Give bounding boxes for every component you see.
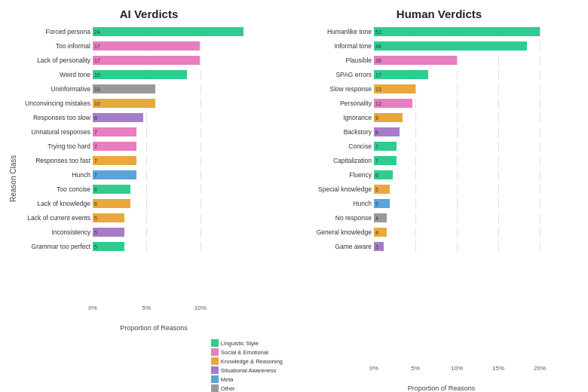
ai-bar-row: Unnatural responses7	[17, 125, 290, 139]
ai-bar-row: Trying too hard7	[17, 139, 290, 153]
human-bar-value: 48	[375, 44, 381, 49]
ai-bar-container: 7	[93, 127, 290, 137]
ai-bar-value: 5	[94, 244, 97, 250]
legend-label: Situational Awareness	[221, 367, 277, 374]
ai-bar-container: 10	[93, 99, 290, 109]
ai-bar-container: 7	[93, 156, 290, 166]
ai-x-tick-label: 10%	[194, 305, 207, 311]
ai-chart-inner: Forced persona24Too informal17Lack of pe…	[17, 25, 290, 332]
legend-item: Other	[211, 384, 283, 392]
ai-bar-label: Too concise	[17, 186, 93, 193]
ai-bar-container: 5	[93, 242, 290, 252]
ai-bars-area: Forced persona24Too informal17Lack of pe…	[17, 25, 290, 303]
human-x-tick-label: 0%	[369, 365, 378, 372]
ai-bar-value: 10	[94, 87, 100, 92]
legend-label: Linguistic Style	[221, 340, 259, 347]
ai-bar: 15	[93, 70, 187, 79]
ai-bar-label: Lack of knowledge	[17, 201, 93, 207]
ai-bar-value: 5	[94, 216, 97, 221]
human-bar-label: No response	[302, 215, 374, 222]
ai-bar-row: Uninformative10	[17, 82, 290, 96]
human-chart-area: Humanlike tone52Informal tone48Plausible…	[298, 25, 580, 392]
ai-bar-row: Weird tone15	[17, 68, 290, 81]
human-bar-label: Personality	[302, 100, 374, 107]
human-bar-row: Backstory8	[302, 125, 580, 139]
human-bar-value: 12	[375, 101, 381, 106]
ai-bar-label: Trying too hard	[17, 143, 93, 150]
human-x-tick-label: 20%	[534, 365, 546, 372]
ai-chart-title: AI Verdicts	[120, 8, 179, 20]
ai-bar: 5	[93, 228, 124, 237]
ai-bar: 6	[93, 199, 130, 208]
ai-bar: 5	[93, 213, 124, 222]
ai-bar-value: 7	[94, 130, 97, 135]
legend-item: Linguistic Style	[211, 339, 283, 347]
ai-bar-label: Hunch	[17, 172, 93, 179]
human-bar-row: Informal tone48	[302, 39, 580, 53]
ai-bar-label: Unnatural responses	[17, 129, 93, 136]
ai-x-tick-label: 5%	[142, 305, 152, 311]
ai-bar-value: 15	[94, 72, 100, 78]
human-bar: 9	[374, 113, 403, 122]
ai-bar-row: Lack of personality17	[17, 54, 290, 67]
human-bar: 4	[374, 213, 387, 222]
human-bar-label: General knowledge	[302, 229, 374, 236]
ai-bar: 8	[93, 113, 143, 122]
ai-bar: 7	[93, 156, 136, 165]
ai-bar-label: Uninformative	[17, 86, 93, 93]
human-bar: 26	[374, 56, 457, 65]
human-bar-value: 6	[375, 173, 378, 178]
human-bar-container: 12	[374, 99, 580, 109]
human-x-tick-label: 10%	[451, 365, 463, 372]
charts-container: AI Verdicts Reason Class Forced persona2…	[8, 8, 580, 392]
ai-bar: 7	[93, 127, 136, 136]
human-bars-area: Humanlike tone52Informal tone48Plausible…	[302, 25, 580, 363]
human-bar: 13	[374, 84, 415, 93]
human-chart-title: Human Verdicts	[397, 8, 482, 20]
human-bar-value: 26	[375, 58, 381, 63]
ai-bar-label: Responses too fast	[17, 158, 93, 164]
human-bar-container: 17	[374, 70, 580, 80]
human-bar-row: Hunch5	[302, 197, 580, 210]
human-bar-container: 5	[374, 199, 580, 209]
human-bar-value: 7	[375, 144, 378, 149]
legend-swatch	[211, 339, 219, 347]
ai-bar-value: 24	[94, 29, 100, 35]
human-bar: 6	[374, 170, 393, 179]
ai-bar-value: 6	[94, 187, 97, 192]
human-bar-row: Game aware3	[302, 240, 580, 253]
ai-bar: 17	[93, 56, 200, 65]
ai-bar-row: Grammar too perfect5	[17, 240, 290, 253]
ai-bar-row: Lack of knowledge6	[17, 197, 290, 210]
human-bar-label: Backstory	[302, 129, 374, 136]
human-bar-label: Humanlike tone	[302, 29, 374, 35]
ai-chart-wrapper: AI Verdicts Reason Class Forced persona2…	[8, 8, 290, 392]
ai-bar-container: 10	[93, 84, 290, 94]
human-bar-label: Special knowledge	[302, 186, 374, 193]
human-bar-value: 5	[375, 187, 378, 192]
human-bar-container: 7	[374, 156, 580, 166]
ai-bar-container: 15	[93, 70, 290, 80]
human-bar-container: 26	[374, 56, 580, 66]
human-bar: 17	[374, 70, 428, 79]
human-bar-label: Ignorance	[302, 115, 374, 121]
human-bar: 4	[374, 228, 387, 237]
ai-bar-label: Inconsistency	[17, 229, 93, 236]
human-x-tick-label: 5%	[411, 365, 420, 372]
human-bar-container: 9	[374, 113, 580, 123]
ai-bar-row: Responses too slow8	[17, 111, 290, 124]
human-bar-label: Fluency	[302, 172, 374, 179]
human-chart-wrapper: Human Verdicts Humanlike tone52Informal …	[298, 8, 580, 392]
human-bar-row: Slow response13	[302, 82, 580, 96]
human-bar-row: Fluency6	[302, 168, 580, 182]
ai-bar-label: Lack of personality	[17, 57, 93, 64]
human-bar-container: 4	[374, 228, 580, 237]
legend-item: Knowledge & Reasoning	[211, 357, 283, 365]
human-bar: 3	[374, 242, 384, 251]
human-bar: 5	[374, 185, 390, 194]
human-bar: 7	[374, 156, 397, 165]
ai-bar-label: Unconvincing mistakes	[17, 100, 93, 107]
ai-y-axis-label: Reason Class	[8, 25, 17, 332]
human-bar-label: Informal tone	[302, 43, 374, 50]
human-bar-row: General knowledge4	[302, 225, 580, 239]
